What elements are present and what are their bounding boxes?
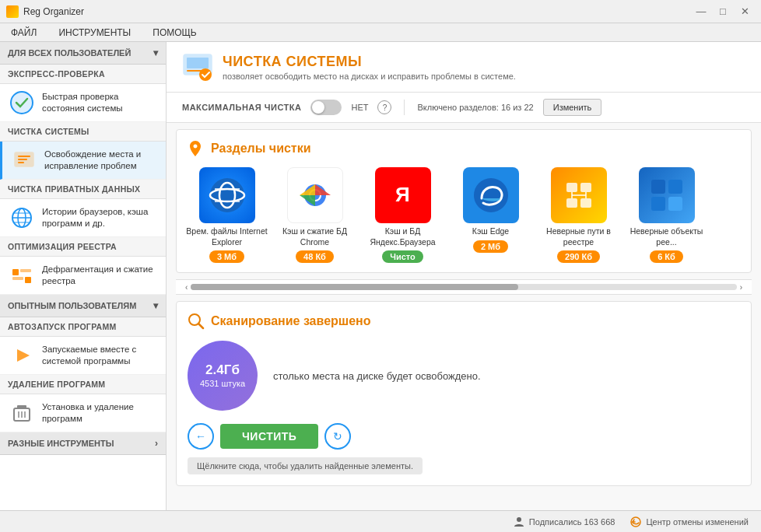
edge-badge: 2 Мб [473,240,508,253]
chevron-right-icon: › [155,438,158,449]
edge-label: Кэш Edge [472,226,509,237]
max-clean-toggle[interactable] [310,100,342,115]
cancel-center-text: Центр отмены изменений [646,517,749,527]
minimize-button[interactable]: — [691,2,711,22]
svg-rect-4 [18,159,27,160]
uninstall-icon [9,401,34,425]
registry-paths-badge: 290 Кб [557,250,600,263]
yandex-icon: Я [375,167,431,223]
registry-objects-badge: 6 Кб [650,250,683,263]
refresh-button[interactable]: ↻ [324,423,351,450]
clean-system-label: Освобождение места и исправление проблем [44,149,156,172]
sidebar-misc-header[interactable]: РАЗНЫЕ ИНСТРУМЕНТЫ › [0,432,166,455]
svg-text:Я: Я [395,183,410,206]
menu-file[interactable]: ФАЙЛ [6,26,41,40]
change-button[interactable]: Изменить [543,99,602,116]
scan-result: 2.4Гб 4531 штука столько места на диске … [188,341,740,411]
scroll-right-arrow[interactable]: › [737,283,745,292]
result-count: 4531 штука [200,379,245,389]
content-area: ЧИСТКА СИСТЕМЫ позволяет освободить мест… [167,42,761,510]
toolbar: МАКСИМАЛЬНАЯ ЧИСТКА НЕТ ? Включено разде… [167,93,761,123]
scroll-thumb[interactable] [191,284,518,290]
sidebar-item-express[interactable]: Быстрая проверка состояния системы [0,84,166,122]
svg-point-49 [517,517,521,522]
cards-row: Врем. файлы Internet Explorer 3 Мб [186,167,742,263]
sidebar-item-clean-system[interactable]: Освобождение места и исправление проблем [0,142,166,180]
cleaning-title: Разделы чистки [186,139,742,158]
result-size: 2.4Гб [205,362,240,378]
back-button[interactable]: ← [188,423,214,450]
express-item-label: Быстрая проверка состояния системы [42,91,156,114]
scan-icon [188,313,205,330]
subsection-autostart: АВТОЗАПУСК ПРОГРАММ [0,317,166,337]
help-button[interactable]: ? [377,100,391,114]
svg-rect-36 [566,183,577,192]
content-scroll: Разделы чистки [167,123,761,510]
result-circle: 2.4Гб 4531 штука [188,341,258,411]
card-ie[interactable]: Врем. файлы Internet Explorer 3 Мб [186,167,268,263]
autostart-icon [9,343,34,368]
edge-icon [463,167,519,223]
subscribers-text: Подписались 163 668 [529,517,615,527]
cancel-center-item[interactable]: Центр отмены изменений [630,516,749,527]
autostart-label: Запускаемые вместе с системой программы [42,344,156,367]
scan-title: Сканирование завершено [188,313,740,330]
svg-point-24 [199,68,212,81]
sidebar-item-clean-private[interactable]: Истории браузеров, кэша программ и др. [0,199,166,237]
map-pin-icon [186,139,205,158]
card-registry-objects[interactable]: Неверные объекты рее... 6 Кб [626,167,707,263]
statusbar: Подписались 163 668 Центр отмены изменен… [0,510,761,532]
sidebar-item-uninstall[interactable]: Установка и удаление программ [0,394,166,432]
app-icon [6,5,19,18]
chrome-label: Кэш и сжатие БД Chrome [274,226,356,247]
card-edge[interactable]: Кэш Edge 2 Мб [450,167,531,263]
card-registry-paths[interactable]: Неверные пути в реестре 290 Кб [538,167,619,263]
toolbar-divider [404,100,405,115]
scroll-left-arrow[interactable]: ‹ [182,283,191,292]
scroll-track[interactable] [191,284,736,290]
registry-paths-label: Неверные пути в реестре [538,226,619,247]
chrome-badge: 48 Кб [296,250,334,263]
horizontal-scrollbar[interactable]: ‹ › [176,279,752,295]
subsection-express: ЭКСПРЕСС-ПРОВЕРКА [0,65,166,84]
defrag-icon [9,263,34,288]
section-header-icon [182,51,213,82]
section-subtitle: позволяет освободить место на дисках и и… [223,72,516,81]
yandex-label: Кэш и БД Яндекс.Браузера [362,226,444,247]
sidebar-for-all-header[interactable]: ДЛЯ ВСЕХ ПОЛЬЗОВАТЕЛЕЙ ▾ [0,42,166,65]
svg-rect-11 [12,269,19,275]
registry-objects-label: Неверные объекты рее... [626,226,707,247]
svg-rect-39 [580,198,591,208]
titlebar-controls: — □ ✕ [691,2,755,22]
clean-system-icon [12,148,37,173]
section-header: ЧИСТКА СИСТЕМЫ позволяет освободить мест… [167,42,761,93]
sidebar: ДЛЯ ВСЕХ ПОЛЬЗОВАТЕЛЕЙ ▾ ЭКСПРЕСС-ПРОВЕР… [0,42,167,510]
menu-tools[interactable]: ИНСТРУМЕНТЫ [54,26,135,40]
menubar: ФАЙЛ ИНСТРУМЕНТЫ ПОМОЩЬ [0,23,761,42]
hint-text: Щёлкните сюда, чтобы удалить найденные э… [188,457,423,474]
optimize-label: Дефрагментация и сжатие реестра [42,264,156,287]
svg-rect-46 [668,197,682,211]
subsection-clean-private: ЧИСТКА ПРИВАТНЫХ ДАННЫХ [0,180,166,199]
svg-rect-43 [651,180,665,194]
card-yandex[interactable]: Я Кэш и БД Яндекс.Браузера Чисто [362,167,444,263]
menu-help[interactable]: ПОМОЩЬ [148,26,201,40]
maximize-button[interactable]: □ [713,2,733,22]
chevron-down-icon: ▾ [153,47,158,58]
svg-rect-44 [668,180,682,194]
clean-button[interactable]: ЧИСТИТЬ [220,424,318,449]
clean-private-label: Истории браузеров, кэша программ и др. [42,206,156,229]
sidebar-advanced-header[interactable]: ОПЫТНЫМ ПОЛЬЗОВАТЕЛЯМ ▾ [0,295,166,317]
section-title: ЧИСТКА СИСТЕМЫ [223,54,516,70]
chevron-down-icon2: ▾ [153,300,158,311]
undo-icon [630,516,641,527]
check-icon [9,90,34,115]
sidebar-item-optimize[interactable]: Дефрагментация и сжатие реестра [0,257,166,295]
close-button[interactable]: ✕ [735,2,755,22]
card-chrome[interactable]: Кэш и сжатие БД Chrome 48 Кб [274,167,356,263]
titlebar-left: Reg Organizer [6,5,84,18]
toggle-state-label: НЕТ [351,103,368,112]
sidebar-item-autostart[interactable]: Запускаемые вместе с системой программы [0,337,166,375]
svg-rect-13 [12,277,23,280]
included-text: Включено разделов: 16 из 22 [417,103,533,112]
